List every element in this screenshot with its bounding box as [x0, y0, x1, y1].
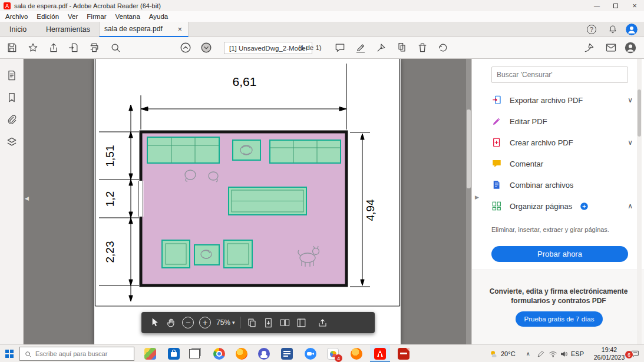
tool-editar-pdf[interactable]: Editar PDF [491, 111, 633, 132]
taskbar-app-image[interactable] [140, 345, 160, 362]
find-button[interactable] [108, 40, 123, 55]
document-tab[interactable]: sala de espera.pdf × [99, 22, 189, 37]
menu-ver[interactable]: Ver [68, 13, 78, 20]
tool-exportar-pdf[interactable]: Exportar archivo PDF ∨ [491, 89, 633, 111]
restore-button[interactable] [606, 0, 625, 11]
chevron-down-icon[interactable]: ∨ [628, 96, 633, 104]
tab-bar: Inicio Herramientas sala de espera.pdf ×… [0, 22, 644, 37]
add-shortcut-icon[interactable] [580, 202, 589, 211]
scrollbar-thumb[interactable] [467, 109, 471, 188]
chevron-down-icon[interactable]: ∨ [628, 138, 633, 147]
tab-close-icon[interactable]: × [176, 25, 183, 34]
taskbar-search-box[interactable] [19, 347, 134, 361]
tool-organizar-paginas[interactable]: Organizar páginas ∧ [491, 195, 633, 217]
tool-label: Organizar páginas [510, 202, 572, 211]
close-button[interactable]: × [625, 0, 644, 11]
taskbar-app-adobe-pdf[interactable] [394, 345, 414, 362]
copy-page-button[interactable] [246, 317, 257, 328]
notifications-bell-icon[interactable] [607, 24, 618, 35]
weather-widget[interactable]: 20°C [489, 345, 516, 362]
menu-archivo[interactable]: Archivo [5, 13, 28, 20]
chevron-up-icon[interactable]: ∧ [628, 202, 633, 210]
tools-search-input[interactable] [497, 71, 623, 79]
tool-crear-pdf[interactable]: Crear archivo PDF ∨ [491, 132, 633, 153]
minimize-button[interactable]: — [587, 0, 606, 11]
page-up-icon [179, 41, 192, 54]
taskbar-app-store[interactable] [164, 345, 184, 362]
fill-sign-button[interactable] [582, 40, 597, 55]
tool-comentar[interactable]: Comentar [491, 153, 633, 174]
comment-button[interactable] [332, 40, 348, 55]
collapse-left-pane-button[interactable]: ◀ [25, 195, 29, 201]
pages-button[interactable] [394, 40, 409, 55]
taskbar-app-taskview[interactable] [184, 345, 204, 362]
menu-edicion[interactable]: Edición [37, 13, 59, 20]
tool-combinar-archivos[interactable]: Combinar archivos [491, 174, 633, 195]
zoom-level-select[interactable]: 75% ▾ [216, 318, 235, 327]
sign-button[interactable] [374, 40, 389, 55]
print-button[interactable] [87, 40, 102, 55]
export-button[interactable] [66, 40, 81, 55]
tab-herramientas[interactable]: Herramientas [40, 22, 96, 37]
panel-scrollbar[interactable] [637, 59, 642, 344]
attachments-button[interactable] [4, 112, 19, 127]
save-button[interactable] [4, 40, 19, 55]
tools-search-box[interactable] [491, 67, 628, 83]
taskbar-app-zoom[interactable] [300, 345, 321, 362]
taskbar-app-teams[interactable] [254, 345, 274, 362]
menu-firmar[interactable]: Firmar [87, 13, 106, 20]
tray-network-button[interactable] [549, 345, 557, 362]
scroll-view-button[interactable] [263, 317, 274, 328]
language-indicator[interactable]: ESP [571, 345, 584, 362]
send-email-button[interactable] [603, 40, 619, 55]
share-screen-button[interactable] [317, 317, 328, 328]
bookmarks-button[interactable] [4, 90, 19, 105]
select-tool-button[interactable] [148, 317, 160, 328]
document-scrollbar[interactable] [466, 59, 471, 344]
share-button[interactable] [46, 40, 61, 55]
hand-tool-button[interactable] [166, 317, 177, 328]
taskbar-app-firefox[interactable] [232, 345, 252, 362]
title-bar: sala de espera.pdf - Adobe Acrobat Reade… [0, 0, 644, 11]
highlighter-icon [355, 42, 366, 54]
taskbar-search-input[interactable] [35, 350, 130, 357]
tray-overflow-button[interactable]: ∧ [526, 345, 530, 362]
layers-icon [6, 136, 18, 148]
highlight-button[interactable] [353, 40, 368, 55]
next-page-button[interactable] [199, 40, 214, 55]
try-now-button[interactable]: Probar ahora [491, 246, 628, 262]
profile-button[interactable] [623, 40, 638, 55]
help-icon[interactable]: ? [587, 25, 596, 34]
tray-pen-button[interactable] [537, 345, 545, 362]
collapse-right-pane-button[interactable]: ▶ [475, 194, 479, 200]
zoom-out-button[interactable]: − [182, 317, 194, 328]
panel-scrollbar-thumb[interactable] [638, 89, 641, 137]
menu-ayuda[interactable]: Ayuda [149, 13, 168, 20]
zoom-in-button[interactable]: + [199, 317, 211, 328]
taskbar-app-chrome[interactable] [209, 345, 229, 362]
adobe-pdf-icon [398, 348, 409, 360]
account-avatar[interactable] [626, 24, 638, 35]
taskbar-app-word[interactable] [277, 345, 297, 362]
action-center-button[interactable]: 6 [630, 345, 640, 362]
layers-button[interactable] [4, 134, 19, 150]
trash-icon [417, 42, 428, 54]
page-thumbnails-button[interactable] [4, 68, 19, 83]
menu-ventana[interactable]: Ventana [115, 13, 140, 20]
fullscreen-button[interactable] [296, 317, 307, 328]
delete-pages-button[interactable] [415, 40, 430, 55]
taskbar-app-orange[interactable] [346, 345, 366, 362]
start-button[interactable] [0, 345, 19, 362]
taskbar-app-photos[interactable]: 4 [323, 345, 343, 362]
taskbar-app-acrobat[interactable] [370, 345, 390, 362]
previous-page-button[interactable] [178, 40, 193, 55]
clock-widget[interactable]: 19:42 26/01/2023 [590, 346, 628, 361]
free-trial-button[interactable]: Prueba gratis de 7 días [516, 311, 603, 327]
app-badge: 4 [335, 354, 342, 362]
two-page-view-button[interactable] [279, 317, 290, 328]
export-doc-icon [68, 42, 80, 54]
rotate-pages-button[interactable] [435, 40, 451, 55]
favorite-button[interactable] [25, 40, 41, 55]
tray-volume-button[interactable] [560, 345, 569, 362]
tab-inicio[interactable]: Inicio [4, 22, 32, 37]
